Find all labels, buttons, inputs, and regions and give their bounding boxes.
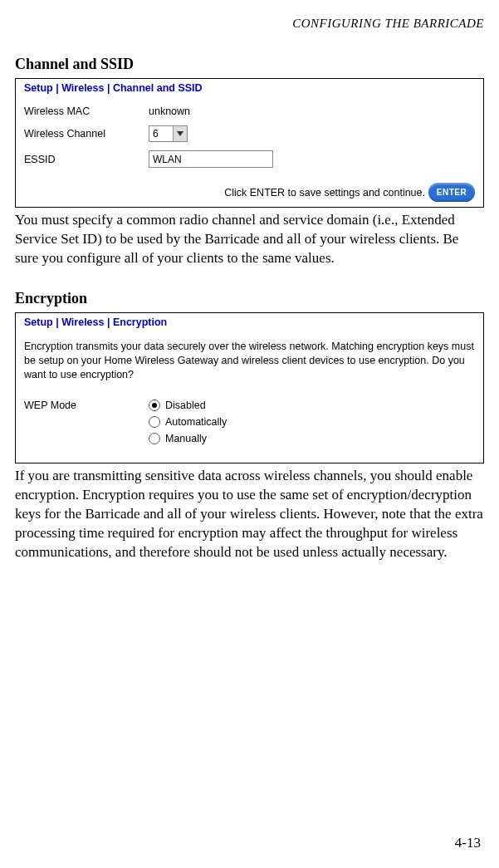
label-wep-mode: WEP Mode (24, 400, 149, 411)
breadcrumb: Setup | Wireless | Channel and SSID (24, 82, 475, 94)
radio-icon (149, 416, 160, 428)
section-title-channel-ssid: Channel and SSID (15, 56, 484, 73)
encryption-description: Encryption transmits your data securely … (24, 340, 475, 382)
row-wireless-channel: Wireless Channel 6 (24, 125, 475, 142)
page-number: 4-13 (455, 835, 481, 851)
label-wireless-mac: Wireless MAC (24, 105, 149, 117)
chevron-down-icon (173, 126, 187, 141)
section-title-encryption: Encryption (15, 290, 484, 307)
breadcrumb: Setup | Wireless | Encryption (24, 316, 475, 328)
panel-encryption: Setup | Wireless | Encryption Encryption… (15, 312, 484, 464)
row-essid: ESSID (24, 150, 475, 168)
value-wireless-mac: unknown (149, 105, 190, 117)
svg-marker-0 (177, 131, 183, 136)
radio-option-manually[interactable]: Manually (149, 433, 227, 444)
panel-channel-ssid: Setup | Wireless | Channel and SSID Wire… (15, 78, 484, 208)
section1-body-text: You must specify a common radio channel … (15, 211, 484, 268)
label-wireless-channel: Wireless Channel (24, 128, 149, 140)
radio-icon (149, 433, 160, 444)
wep-mode-radio-group: Disabled Automatically Manually (149, 400, 227, 449)
footer-hint: Click ENTER to save settings and continu… (224, 187, 425, 199)
page-header: CONFIGURING THE BARRICADE (15, 17, 484, 31)
radio-label: Manually (165, 433, 207, 444)
label-essid: ESSID (24, 154, 149, 165)
row-wireless-mac: Wireless MAC unknown (24, 105, 475, 117)
wireless-channel-value: 6 (149, 128, 173, 140)
wireless-channel-select[interactable]: 6 (149, 125, 188, 142)
radio-option-disabled[interactable]: Disabled (149, 400, 227, 411)
radio-label: Disabled (165, 400, 206, 411)
radio-label: Automatically (165, 416, 227, 428)
radio-option-automatically[interactable]: Automatically (149, 416, 227, 428)
panel-footer: Click ENTER to save settings and continu… (24, 183, 475, 202)
essid-input[interactable] (149, 150, 273, 168)
radio-icon (149, 400, 160, 411)
section2-body-text: If you are transmitting sensitive data a… (15, 467, 484, 562)
enter-button[interactable]: ENTER (428, 183, 475, 202)
row-wep-mode: WEP Mode Disabled Automatically Manually (24, 400, 475, 449)
